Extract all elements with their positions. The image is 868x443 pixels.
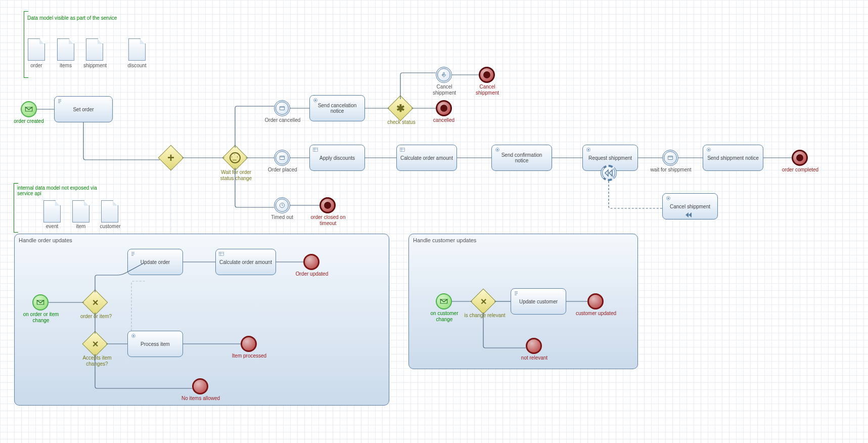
gateway-parallel[interactable] (158, 145, 184, 171)
event-wait-for-shippment[interactable] (662, 150, 678, 166)
svg-rect-6 (400, 148, 405, 152)
data-object-item[interactable] (72, 200, 89, 223)
svg-point-10 (588, 149, 589, 151)
task-apply-discounts[interactable]: Apply discounts (309, 145, 365, 171)
annotation-visible-model: Data model visible as part of the servic… (27, 15, 117, 21)
svg-rect-11 (668, 156, 672, 160)
task-send-shippment-notice[interactable]: Send shippment notice (703, 145, 763, 171)
svg-point-13 (708, 149, 710, 151)
event-order-placed[interactable] (274, 150, 290, 166)
svg-rect-0 (280, 107, 284, 110)
end-event-not-relevant[interactable] (526, 338, 542, 354)
end-event-order-updated[interactable] (303, 254, 319, 270)
end-label: Order updated (293, 271, 331, 277)
task-label: Send shippment notice (707, 155, 759, 161)
event-label: Cancel shippment (425, 84, 464, 96)
event-label: Order cancelled (262, 117, 303, 123)
data-object-event[interactable] (43, 200, 61, 223)
subprocess-title: Handle order updates (19, 237, 385, 243)
task-process-item[interactable]: Process item (127, 331, 183, 357)
event-order-cancelled[interactable] (274, 100, 290, 116)
task-label: Calculate order amount (400, 155, 453, 161)
task-label: Request shippment (588, 155, 632, 161)
task-label: Update order (141, 259, 170, 265)
event-label: Order placed (264, 167, 301, 173)
end-event-order-completed[interactable] (792, 150, 808, 166)
end-event-closed-timeout[interactable] (319, 197, 336, 213)
data-object-label: discount (124, 63, 150, 69)
start-event-order-created[interactable] (21, 101, 37, 117)
task-label: Cancel shippment (670, 204, 710, 209)
gateway-wait-status-change[interactable] (222, 145, 248, 171)
gateway-label: Accepts item changes? (77, 355, 117, 367)
data-object-label: customer (96, 224, 124, 230)
end-label: Item processed (230, 353, 269, 359)
event-timed-out[interactable] (274, 197, 290, 213)
end-event-item-processed[interactable] (241, 336, 257, 352)
end-label: No items allowed (180, 395, 221, 402)
end-event-cancelled[interactable] (436, 100, 452, 116)
data-object-discount[interactable] (128, 38, 146, 61)
gateway-label: Wait for order status change (216, 169, 256, 181)
subprocess-title: Handle customer updates (413, 237, 633, 243)
data-object-shippment[interactable] (86, 38, 103, 61)
end-label: not relevant (516, 355, 553, 361)
svg-point-15 (668, 198, 669, 199)
end-event-customer-updated[interactable] (587, 293, 604, 309)
task-label: Set order (73, 107, 94, 112)
start-event-on-customer-change[interactable] (436, 293, 452, 309)
data-object-label: shippment (80, 63, 110, 69)
data-object-label: order (24, 63, 49, 69)
gateway-check-status[interactable] (388, 96, 414, 121)
task-send-cancel-notice[interactable]: Send cancelation notice (309, 95, 365, 121)
data-object-label: item (69, 224, 93, 230)
end-label: order completed (779, 167, 822, 173)
task-send-confirmation-notice[interactable]: Send confirmation notice (491, 145, 552, 171)
end-label: Cancel shippment (467, 84, 508, 96)
task-label: Apply discounts (319, 155, 355, 161)
data-object-order[interactable] (28, 38, 45, 61)
task-calculate-order-amount[interactable]: Calculate order amount (396, 145, 457, 171)
task-update-order[interactable]: Update order (127, 249, 183, 275)
data-object-items[interactable] (57, 38, 74, 61)
data-object-label: event (39, 224, 65, 230)
end-event-cancel-shippment[interactable] (479, 67, 495, 83)
svg-point-18 (133, 335, 134, 337)
svg-point-8 (497, 149, 498, 151)
event-label: order created (11, 118, 47, 124)
data-object-customer[interactable] (101, 200, 118, 223)
svg-rect-1 (280, 156, 284, 160)
task-label: Send confirmation notice (495, 152, 549, 163)
task-cancel-shippment[interactable]: Cancel shippment (662, 193, 718, 219)
event-label: on customer change (426, 311, 463, 322)
task-calculate-order-amount-2[interactable]: Calculate order amount (215, 249, 276, 275)
end-label: cancelled (428, 117, 460, 123)
task-label: Send cancelation notice (313, 103, 361, 114)
event-label: on order or item change (22, 312, 60, 323)
task-label: Calculate order amount (219, 259, 272, 265)
task-label: Update customer (519, 299, 558, 304)
task-label: Process item (141, 341, 170, 347)
task-update-customer[interactable]: Update customer (511, 288, 566, 315)
event-label: wait for shippment (649, 167, 693, 173)
annotation-internal-model: internal data model not exposed via serv… (17, 185, 113, 196)
end-label: customer updated (574, 311, 618, 317)
start-event-on-order-item-change[interactable] (32, 294, 49, 311)
task-set-order[interactable]: Set order (54, 96, 113, 122)
event-label: Timed out (266, 214, 298, 220)
gateway-label: is change relevant (463, 313, 507, 319)
svg-rect-5 (313, 148, 318, 152)
end-event-no-items-allowed[interactable] (192, 378, 208, 394)
end-label: order closed on timeout (307, 214, 349, 226)
gateway-label: check status (383, 119, 420, 125)
data-object-label: items (54, 63, 78, 69)
svg-rect-16 (219, 252, 224, 256)
svg-point-4 (315, 100, 316, 101)
gateway-label: order or item? (77, 314, 115, 320)
event-cancel-shippment[interactable] (436, 67, 452, 83)
boundary-event-compensate[interactable] (601, 165, 617, 181)
